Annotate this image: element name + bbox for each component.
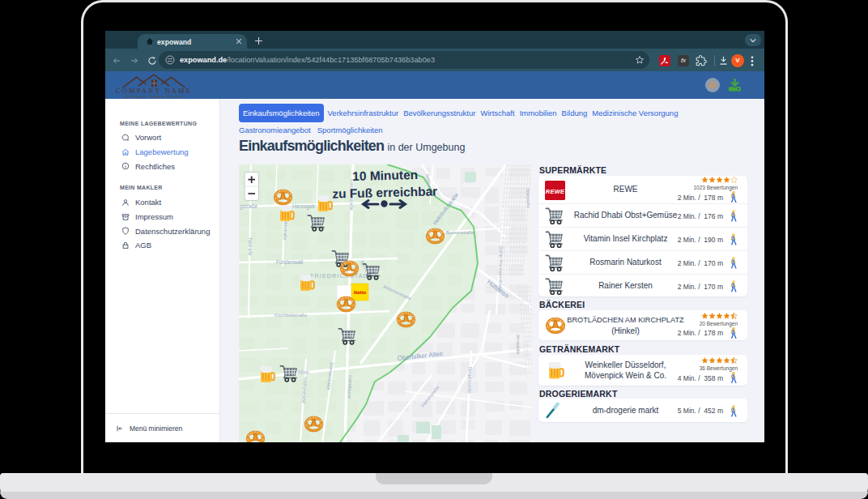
svg-text:Herzogstr: Herzogstr: [292, 203, 316, 210]
svg-text:Kirchfeldstraße: Kirchfeldstraße: [274, 313, 308, 318]
svg-text:FRIEDRICHSTADT: FRIEDRICHSTADT: [310, 273, 372, 279]
svg-text:Jahnstraße: Jahnstraße: [283, 218, 288, 241]
svg-text:zu Fuß erreichbar: zu Fuß erreichbar: [332, 184, 437, 200]
svg-text:Ellerstraße: Ellerstraße: [525, 189, 531, 209]
svg-text:Talstraße: Talstraße: [248, 237, 253, 256]
svg-text:10 Minuten: 10 Minuten: [352, 168, 418, 183]
svg-text:Amswalder: Amswalder: [516, 335, 521, 355]
svg-text:Netto: Netto: [354, 290, 367, 295]
svg-text:Ringelsweide: Ringelsweide: [467, 367, 473, 394]
svg-text:Fürstenwall: Fürstenwall: [276, 259, 304, 265]
svg-text:gstraße: gstraße: [240, 203, 257, 210]
svg-text:Bunsenstraße: Bunsenstraße: [446, 230, 474, 235]
